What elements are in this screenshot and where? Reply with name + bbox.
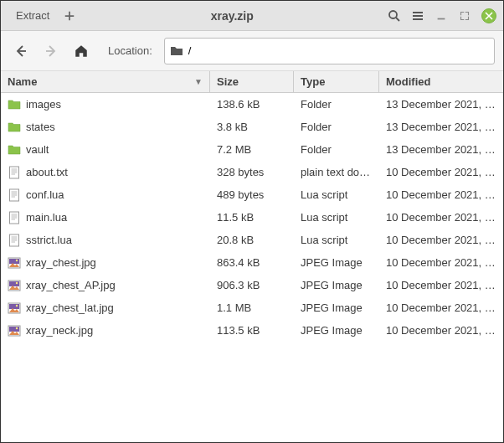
location-input[interactable]: [188, 44, 489, 57]
file-name: xray_chest_AP.jpg: [26, 279, 116, 291]
cell-name: xray_chest_AP.jpg: [1, 279, 210, 292]
cell-size: 328 bytes: [210, 166, 294, 178]
image-file-icon: [8, 301, 21, 315]
file-row[interactable]: vault7.2 MBFolder13 December 2021, …: [1, 138, 503, 161]
svg-point-30: [16, 259, 18, 260]
navigation-toolbar: Location:: [1, 31, 503, 71]
file-row[interactable]: xray_chest_AP.jpg906.3 kBJPEG Image10 De…: [1, 274, 503, 296]
file-row[interactable]: xray_neck.jpg113.5 kBJPEG Image10 Decemb…: [1, 319, 503, 342]
folder-icon: [8, 143, 21, 157]
cell-size: 1.1 MB: [210, 301, 294, 314]
new-tab-button[interactable]: [58, 4, 81, 28]
column-header-label: Type: [301, 75, 325, 88]
maximize-button[interactable]: [453, 4, 476, 28]
svg-rect-38: [9, 327, 19, 332]
close-icon: [485, 12, 493, 20]
cell-type: Folder: [294, 121, 379, 133]
forward-button[interactable]: [39, 39, 63, 63]
extract-button[interactable]: Extract: [8, 6, 58, 25]
column-header-type[interactable]: Type: [294, 71, 379, 92]
svg-point-33: [16, 281, 18, 283]
column-header-label: Modified: [386, 75, 430, 88]
cell-type: Folder: [294, 143, 379, 156]
svg-rect-5: [438, 18, 445, 19]
file-name: conf.lua: [26, 188, 64, 201]
menu-button[interactable]: [406, 4, 429, 28]
search-icon: [388, 9, 401, 23]
cell-modified: 10 December 2021, …: [379, 211, 503, 224]
hamburger-icon: [411, 9, 424, 23]
cell-name: sstrict.lua: [1, 234, 210, 247]
file-name: xray_chest.jpg: [26, 256, 96, 269]
close-button[interactable]: [481, 8, 496, 23]
arrow-left-icon: [14, 44, 28, 58]
column-header-label: Name: [8, 75, 37, 88]
column-header-name[interactable]: Name ▼: [1, 71, 210, 92]
sort-indicator-icon: ▼: [194, 77, 203, 86]
cell-name: images: [1, 98, 210, 111]
cell-name: states: [1, 121, 210, 134]
svg-point-0: [389, 11, 397, 18]
cell-name: conf.lua: [1, 188, 210, 202]
file-name: images: [26, 98, 61, 111]
folder-icon: [8, 121, 21, 134]
cell-modified: 10 December 2021, …: [379, 166, 503, 178]
cell-modified: 13 December 2021, …: [379, 121, 503, 133]
search-button[interactable]: [383, 4, 406, 28]
svg-line-1: [396, 18, 399, 21]
file-name: about.txt: [26, 166, 68, 178]
cell-type: JPEG Image: [294, 324, 379, 337]
file-row[interactable]: xray_chest_lat.jpg1.1 MBJPEG Image10 Dec…: [1, 296, 503, 319]
cell-name: xray_chest_lat.jpg: [1, 301, 210, 315]
maximize-icon: [460, 11, 470, 21]
home-button[interactable]: [69, 39, 93, 63]
cell-size: 138.6 kB: [210, 98, 294, 111]
cell-modified: 10 December 2021, …: [379, 234, 503, 246]
svg-rect-32: [9, 281, 19, 286]
arrow-right-icon: [44, 44, 58, 58]
column-header-label: Size: [217, 75, 239, 88]
cell-modified: 13 December 2021, …: [379, 143, 503, 156]
cell-modified: 10 December 2021, …: [379, 301, 503, 314]
cell-modified: 10 December 2021, …: [379, 188, 503, 201]
location-field[interactable]: [164, 38, 495, 64]
minimize-button[interactable]: [429, 4, 453, 28]
svg-point-39: [16, 327, 18, 328]
file-row[interactable]: about.txt328 bytesplain text do…10 Decem…: [1, 161, 503, 183]
column-header-size[interactable]: Size: [210, 71, 294, 92]
file-row[interactable]: main.lua11.5 kBLua script10 December 202…: [1, 206, 503, 229]
cell-name: vault: [1, 143, 210, 157]
cell-type: JPEG Image: [294, 301, 379, 314]
image-file-icon: [8, 279, 21, 292]
cell-type: Lua script: [294, 188, 379, 201]
svg-rect-29: [9, 259, 19, 264]
cell-name: xray_neck.jpg: [1, 324, 210, 337]
svg-rect-2: [413, 12, 423, 13]
file-row[interactable]: conf.lua489 bytesLua script10 December 2…: [1, 183, 503, 206]
cell-size: 20.8 kB: [210, 234, 294, 246]
titlebar: Extract xray.zip: [1, 1, 503, 31]
file-row[interactable]: sstrict.lua20.8 kBLua script10 December …: [1, 229, 503, 251]
cell-modified: 10 December 2021, …: [379, 256, 503, 269]
folder-icon: [170, 44, 183, 58]
text-file-icon: [8, 234, 21, 247]
file-row[interactable]: images138.6 kBFolder13 December 2021, …: [1, 93, 503, 116]
minimize-icon: [435, 10, 447, 22]
column-header-modified[interactable]: Modified: [379, 71, 503, 92]
cell-size: 11.5 kB: [210, 211, 294, 224]
cell-modified: 10 December 2021, …: [379, 324, 503, 337]
file-row[interactable]: states3.8 kBFolder13 December 2021, …: [1, 116, 503, 138]
cell-size: 3.8 kB: [210, 121, 294, 133]
image-file-icon: [8, 256, 21, 270]
location-label: Location:: [108, 44, 152, 57]
column-headers: Name ▼ Size Type Modified: [1, 71, 503, 93]
cell-size: 113.5 kB: [210, 324, 294, 337]
file-row[interactable]: xray_chest.jpg863.4 kBJPEG Image10 Decem…: [1, 251, 503, 274]
home-icon: [74, 44, 89, 59]
archive-manager-window: Extract xray.zip Location:: [0, 0, 504, 443]
back-button[interactable]: [9, 39, 33, 63]
cell-size: 906.3 kB: [210, 279, 294, 291]
cell-size: 489 bytes: [210, 188, 294, 201]
file-name: main.lua: [26, 211, 67, 224]
file-list: images138.6 kBFolder13 December 2021, …s…: [1, 93, 503, 442]
